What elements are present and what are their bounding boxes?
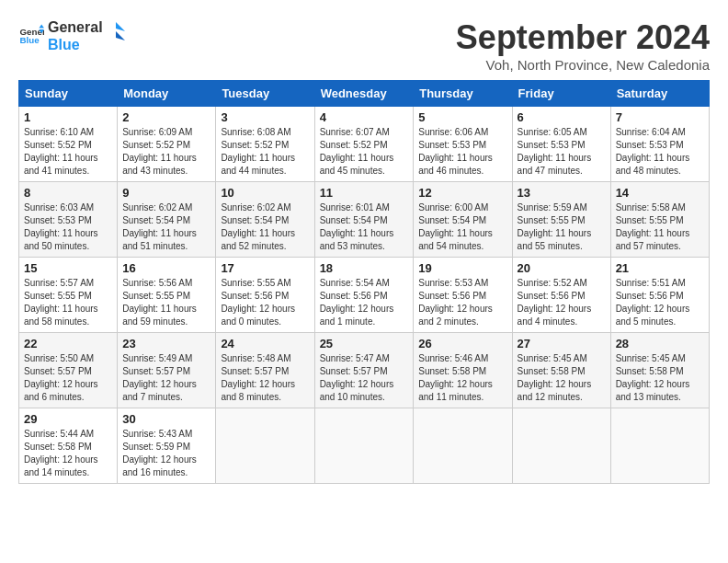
day-number: 20 [518,261,606,275]
day-info: Sunrise: 5:50 AM Sunset: 5:57 PM Dayligh… [24,352,112,404]
svg-marker-5 [116,31,125,40]
calendar-cell: 14Sunrise: 5:58 AM Sunset: 5:55 PM Dayli… [610,182,709,258]
weekday-header-monday: Monday [118,81,216,107]
day-info: Sunrise: 5:56 AM Sunset: 5:55 PM Dayligh… [122,277,210,328]
day-info: Sunrise: 6:03 AM Sunset: 5:53 PM Dayligh… [24,201,112,253]
calendar-table: SundayMondayTuesdayWednesdayThursdayFrid… [18,80,710,484]
calendar-cell: 30Sunrise: 5:43 AM Sunset: 5:59 PM Dayli… [118,408,216,484]
page-header: General Blue General Blue September 2024… [18,18,710,73]
calendar-cell: 7Sunrise: 6:04 AM Sunset: 5:53 PM Daylig… [610,107,709,182]
day-info: Sunrise: 5:51 AM Sunset: 5:56 PM Dayligh… [616,277,704,328]
calendar-cell: 29Sunrise: 5:44 AM Sunset: 5:58 PM Dayli… [19,408,118,484]
day-info: Sunrise: 6:10 AM Sunset: 5:52 PM Dayligh… [24,126,112,178]
calendar-cell: 24Sunrise: 5:48 AM Sunset: 5:57 PM Dayli… [216,333,314,408]
calendar-title: September 2024 [456,18,710,57]
calendar-cell: 4Sunrise: 6:07 AM Sunset: 5:52 PM Daylig… [314,107,414,182]
day-info: Sunrise: 5:45 AM Sunset: 5:58 PM Dayligh… [616,352,704,404]
day-info: Sunrise: 6:02 AM Sunset: 5:54 PM Dayligh… [122,201,210,253]
day-info: Sunrise: 5:44 AM Sunset: 5:58 PM Dayligh… [24,428,112,479]
weekday-header-tuesday: Tuesday [216,81,314,107]
day-info: Sunrise: 6:07 AM Sunset: 5:52 PM Dayligh… [320,126,409,178]
calendar-cell: 16Sunrise: 5:56 AM Sunset: 5:55 PM Dayli… [118,258,216,333]
calendar-cell [314,408,414,484]
day-info: Sunrise: 5:58 AM Sunset: 5:55 PM Dayligh… [616,201,704,253]
calendar-cell: 11Sunrise: 6:01 AM Sunset: 5:54 PM Dayli… [314,182,414,258]
calendar-cell [610,408,709,484]
day-info: Sunrise: 5:57 AM Sunset: 5:55 PM Dayligh… [24,277,112,328]
day-number: 2 [122,110,210,124]
calendar-cell: 10Sunrise: 6:02 AM Sunset: 5:54 PM Dayli… [216,182,314,258]
calendar-cell: 8Sunrise: 6:03 AM Sunset: 5:53 PM Daylig… [19,182,118,258]
day-info: Sunrise: 6:05 AM Sunset: 5:53 PM Dayligh… [518,126,606,178]
day-number: 29 [24,412,112,426]
weekday-header-sunday: Sunday [19,81,118,107]
weekday-header-friday: Friday [512,81,610,107]
calendar-week-row: 1Sunrise: 6:10 AM Sunset: 5:52 PM Daylig… [19,107,710,182]
calendar-cell: 28Sunrise: 5:45 AM Sunset: 5:58 PM Dayli… [610,333,709,408]
calendar-cell: 20Sunrise: 5:52 AM Sunset: 5:56 PM Dayli… [512,258,610,333]
calendar-cell: 26Sunrise: 5:46 AM Sunset: 5:58 PM Dayli… [414,333,512,408]
day-info: Sunrise: 5:53 AM Sunset: 5:56 PM Dayligh… [418,277,506,328]
day-number: 14 [616,186,704,200]
day-number: 16 [122,261,210,275]
calendar-header: September 2024 Voh, North Province, New … [456,18,710,73]
day-number: 21 [616,261,704,275]
calendar-cell: 23Sunrise: 5:49 AM Sunset: 5:57 PM Dayli… [118,333,216,408]
day-number: 27 [518,337,606,350]
calendar-cell: 6Sunrise: 6:05 AM Sunset: 5:53 PM Daylig… [512,107,610,182]
day-info: Sunrise: 5:43 AM Sunset: 5:59 PM Dayligh… [122,428,210,479]
calendar-cell [216,408,314,484]
svg-marker-4 [116,22,125,31]
day-info: Sunrise: 5:54 AM Sunset: 5:56 PM Dayligh… [320,277,409,328]
calendar-cell: 3Sunrise: 6:08 AM Sunset: 5:52 PM Daylig… [216,107,314,182]
day-info: Sunrise: 6:00 AM Sunset: 5:54 PM Dayligh… [418,201,506,253]
weekday-header-thursday: Thursday [414,81,512,107]
calendar-cell: 19Sunrise: 5:53 AM Sunset: 5:56 PM Dayli… [414,258,512,333]
day-info: Sunrise: 6:08 AM Sunset: 5:52 PM Dayligh… [221,126,309,178]
day-number: 17 [221,261,309,275]
day-info: Sunrise: 5:55 AM Sunset: 5:56 PM Dayligh… [221,277,309,328]
calendar-cell [414,408,512,484]
logo-blue: Blue [48,36,103,53]
day-number: 5 [418,110,506,124]
calendar-cell: 18Sunrise: 5:54 AM Sunset: 5:56 PM Dayli… [314,258,414,333]
day-info: Sunrise: 6:01 AM Sunset: 5:54 PM Dayligh… [320,201,409,253]
day-info: Sunrise: 5:46 AM Sunset: 5:58 PM Dayligh… [418,352,506,404]
day-info: Sunrise: 5:52 AM Sunset: 5:56 PM Dayligh… [518,277,606,328]
day-number: 4 [320,110,409,124]
day-info: Sunrise: 5:59 AM Sunset: 5:55 PM Dayligh… [518,201,606,253]
day-info: Sunrise: 5:49 AM Sunset: 5:57 PM Dayligh… [122,352,210,404]
calendar-cell: 21Sunrise: 5:51 AM Sunset: 5:56 PM Dayli… [610,258,709,333]
calendar-cell: 22Sunrise: 5:50 AM Sunset: 5:57 PM Dayli… [19,333,118,408]
day-number: 15 [24,261,112,275]
calendar-cell: 2Sunrise: 6:09 AM Sunset: 5:52 PM Daylig… [118,107,216,182]
day-number: 1 [24,110,112,124]
svg-text:Blue: Blue [19,36,40,46]
day-number: 26 [418,337,506,350]
day-number: 13 [518,186,606,200]
day-number: 24 [221,337,309,350]
calendar-week-row: 29Sunrise: 5:44 AM Sunset: 5:58 PM Dayli… [19,408,710,484]
day-number: 8 [24,186,112,200]
calendar-cell: 27Sunrise: 5:45 AM Sunset: 5:58 PM Dayli… [512,333,610,408]
weekday-header-wednesday: Wednesday [314,81,414,107]
calendar-cell [512,408,610,484]
day-info: Sunrise: 6:02 AM Sunset: 5:54 PM Dayligh… [221,201,309,253]
calendar-cell: 17Sunrise: 5:55 AM Sunset: 5:56 PM Dayli… [216,258,314,333]
calendar-subtitle: Voh, North Province, New Caledonia [456,57,710,73]
day-info: Sunrise: 6:06 AM Sunset: 5:53 PM Dayligh… [418,126,506,178]
day-number: 19 [418,261,506,275]
day-number: 11 [320,186,409,200]
calendar-cell: 13Sunrise: 5:59 AM Sunset: 5:55 PM Dayli… [512,182,610,258]
logo-icon: General Blue [18,23,44,49]
weekday-header-row: SundayMondayTuesdayWednesdayThursdayFrid… [19,81,710,107]
day-number: 25 [320,337,409,350]
calendar-cell: 15Sunrise: 5:57 AM Sunset: 5:55 PM Dayli… [19,258,118,333]
logo-general: General [48,18,103,36]
calendar-cell: 25Sunrise: 5:47 AM Sunset: 5:57 PM Dayli… [314,333,414,408]
calendar-cell: 12Sunrise: 6:00 AM Sunset: 5:54 PM Dayli… [414,182,512,258]
weekday-header-saturday: Saturday [610,81,709,107]
calendar-cell: 1Sunrise: 6:10 AM Sunset: 5:52 PM Daylig… [19,107,118,182]
logo-arrow-icon [107,22,125,50]
day-number: 18 [320,261,409,275]
